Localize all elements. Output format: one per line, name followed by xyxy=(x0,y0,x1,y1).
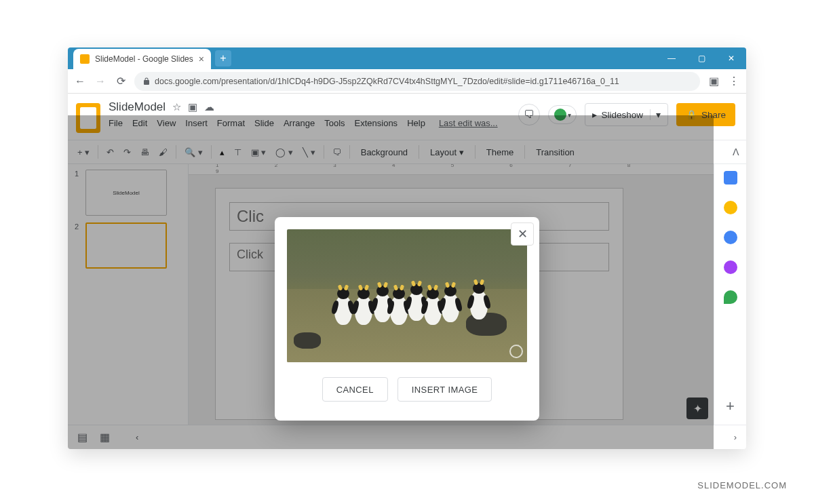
formatting-toolbar: + ▾ ↶ ↷ 🖶 🖌 🔍 ▾ ▴ ⊤ ▣ ▾ ◯ ▾ ╲ ▾ 🗨 Backgr… xyxy=(68,140,746,164)
lock-icon: 🔒 xyxy=(686,109,697,120)
zoom-icon[interactable]: 🔍 ▾ xyxy=(182,146,206,159)
contacts-icon[interactable] xyxy=(724,260,737,274)
url-text: docs.google.com/presentation/d/1hICDq4-h… xyxy=(155,77,619,86)
new-tab-button[interactable]: + xyxy=(215,50,231,66)
filmstrip-view-icon[interactable]: ▤ xyxy=(77,431,88,444)
slideshow-button[interactable]: ▸ Slideshow ▾ xyxy=(585,103,668,126)
window-titlebar: SlideModel - Google Slides × + — ▢ ✕ xyxy=(68,47,746,69)
slides-logo-icon[interactable] xyxy=(76,103,100,133)
window-close-icon[interactable]: ✕ xyxy=(716,47,746,69)
close-icon: ✕ xyxy=(518,227,528,241)
status-bar: ▤ ▦ ‹ › xyxy=(68,425,746,449)
star-icon[interactable]: ☆ xyxy=(172,101,181,113)
maps-icon[interactable] xyxy=(724,290,737,304)
explore-button[interactable]: ✦ xyxy=(686,398,708,419)
menu-help[interactable]: Help xyxy=(407,118,425,128)
paint-format-icon[interactable]: 🖌 xyxy=(156,146,170,159)
new-slide-button[interactable]: + ▾ xyxy=(75,146,92,159)
thumb-preview: SlideModel xyxy=(85,170,167,216)
undo-icon[interactable]: ↶ xyxy=(104,146,117,159)
window-minimize-icon[interactable]: — xyxy=(657,47,686,69)
meet-button[interactable]: ▾ xyxy=(548,105,577,124)
menu-view[interactable]: View xyxy=(157,118,176,128)
scroll-left-icon[interactable]: ‹ xyxy=(136,432,138,442)
tab-title: SlideModel - Google Slides xyxy=(95,54,193,64)
comment-history-icon[interactable]: 🗨 xyxy=(518,104,540,125)
menu-file[interactable]: File xyxy=(109,118,123,128)
nav-back-icon[interactable]: ← xyxy=(73,75,87,88)
add-ons-icon[interactable]: + xyxy=(726,398,735,415)
app-header: SlideModel ☆ ▣ ☁ File Edit View Insert F… xyxy=(68,94,746,140)
slideshow-dropdown-icon[interactable]: ▾ xyxy=(650,109,661,120)
tasks-icon[interactable] xyxy=(724,231,737,244)
thumb-preview xyxy=(85,222,167,269)
calendar-icon[interactable] xyxy=(724,171,737,185)
menu-insert[interactable]: Insert xyxy=(185,118,208,128)
print-icon[interactable]: 🖶 xyxy=(138,146,152,159)
nav-forward-icon[interactable]: → xyxy=(94,75,107,88)
select-tool-icon[interactable]: ▴ xyxy=(217,146,227,159)
menu-format[interactable]: Format xyxy=(217,118,245,128)
page-attribution: SLIDEMODEL.COM xyxy=(697,480,787,490)
cancel-button[interactable]: CANCEL xyxy=(322,377,388,402)
watermark-icon xyxy=(509,345,523,358)
side-panel: + xyxy=(714,164,746,425)
nav-reload-icon[interactable]: ⟳ xyxy=(114,75,128,88)
textbox-tool-icon[interactable]: ⊤ xyxy=(231,146,244,159)
move-folder-icon[interactable]: ▣ xyxy=(188,101,197,113)
scroll-right-icon[interactable]: › xyxy=(734,432,737,442)
dialog-close-button[interactable]: ✕ xyxy=(511,222,534,246)
line-tool-icon[interactable]: ╲ ▾ xyxy=(300,146,318,159)
share-label: Share xyxy=(701,110,726,120)
thumb-number: 1 xyxy=(75,170,81,216)
shape-tool-icon[interactable]: ◯ ▾ xyxy=(273,146,296,159)
browser-menu-icon[interactable]: ⋮ xyxy=(727,75,741,88)
theme-button[interactable]: Theme xyxy=(481,144,519,160)
thumbnail-2[interactable]: 2 xyxy=(75,222,181,269)
menu-edit[interactable]: Edit xyxy=(132,118,147,128)
lock-icon xyxy=(142,77,151,85)
menu-extensions[interactable]: Extensions xyxy=(355,118,398,128)
grid-view-icon[interactable]: ▦ xyxy=(100,431,110,444)
menu-slide[interactable]: Slide xyxy=(254,118,274,128)
play-icon: ▸ xyxy=(592,109,597,120)
insert-image-dialog: ✕ CANCEL INSERT IMAGE xyxy=(275,217,539,421)
horizontal-ruler: 1 2 3 4 5 6 7 8 9 xyxy=(189,164,714,175)
meet-camera-icon xyxy=(554,109,566,121)
menu-bar: File Edit View Insert Format Slide Arran… xyxy=(109,118,510,128)
transition-button[interactable]: Transition xyxy=(530,144,580,160)
document-title[interactable]: SlideModel xyxy=(109,100,166,114)
browser-window: SlideModel - Google Slides × + — ▢ ✕ ← →… xyxy=(68,47,746,449)
window-controls: — ▢ ✕ xyxy=(657,47,746,69)
thumbnail-1[interactable]: 1 SlideModel xyxy=(75,170,181,216)
redo-icon[interactable]: ↷ xyxy=(121,146,134,159)
collapse-toolbar-icon[interactable]: ᐱ xyxy=(733,147,739,157)
image-preview xyxy=(287,229,527,362)
keep-icon[interactable] xyxy=(724,201,737,214)
background-button[interactable]: Background xyxy=(355,144,413,160)
slide-thumbnails: 1 SlideModel 2 xyxy=(68,164,189,425)
window-maximize-icon[interactable]: ▢ xyxy=(686,47,716,69)
cloud-saved-icon: ☁ xyxy=(204,101,214,113)
browser-toolbar: ← → ⟳ docs.google.com/presentation/d/1hI… xyxy=(68,69,746,94)
side-panel-icon[interactable]: ▣ xyxy=(707,75,720,88)
address-bar[interactable]: docs.google.com/presentation/d/1hICDq4-h… xyxy=(134,72,700,91)
slides-favicon-icon xyxy=(80,54,90,64)
browser-tab[interactable]: SlideModel - Google Slides × xyxy=(73,49,211,69)
tab-close-icon[interactable]: × xyxy=(199,54,204,64)
comment-icon[interactable]: 🗨 xyxy=(330,146,344,159)
image-tool-icon[interactable]: ▣ ▾ xyxy=(248,146,269,159)
share-button[interactable]: 🔒 Share xyxy=(676,103,735,126)
slideshow-label: Slideshow xyxy=(601,110,643,120)
menu-tools[interactable]: Tools xyxy=(324,118,345,128)
insert-image-button[interactable]: INSERT IMAGE xyxy=(398,377,492,402)
layout-button[interactable]: Layout ▾ xyxy=(425,144,469,160)
thumb-number: 2 xyxy=(75,222,81,269)
menu-arrange[interactable]: Arrange xyxy=(284,118,315,128)
last-edit-link[interactable]: Last edit was... xyxy=(439,118,498,128)
